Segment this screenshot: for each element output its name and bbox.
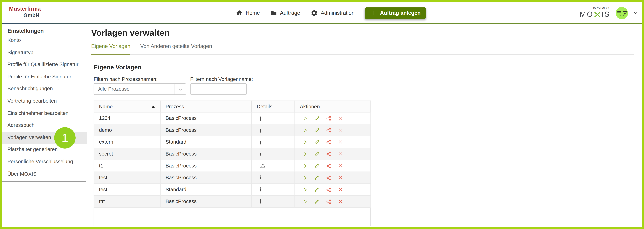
cell-process: Standard [160,184,252,196]
app-header: Musterfirma GmbH HomeAufträgeAdministrat… [2,1,642,24]
delete-icon[interactable] [338,116,343,121]
create-order-button[interactable]: Auftrag anlegen [365,7,426,19]
share-icon[interactable] [326,199,332,204]
cell-details: i [252,148,295,160]
main-nav: HomeAufträgeAdministration Auftrag anleg… [236,1,426,24]
info-icon[interactable]: i [260,199,261,204]
column-header-aktionen[interactable]: Aktionen [295,101,371,112]
share-icon[interactable] [326,139,332,145]
cell-name: test [94,184,160,196]
sidebar-item[interactable]: Signaturtyp [2,47,87,59]
cell-details: i [252,112,295,124]
company-logo-line2: GmbH [9,12,41,18]
sidebar-item[interactable]: Vertretung bearbeiten [2,95,87,107]
cell-name: secret [94,148,160,160]
info-icon[interactable]: i [260,127,261,133]
cell-details: i [252,184,295,196]
delete-icon[interactable] [338,151,343,156]
edit-icon[interactable] [314,127,320,133]
cell-actions [295,112,371,124]
delete-icon[interactable] [338,199,343,204]
process-filter-value: Alle Prozesse [94,86,175,92]
cell-process: BasicProcess [160,124,252,136]
cell-details: i [252,172,295,184]
sidebar-item[interactable]: Benachrichtigungen [2,83,87,95]
table-row: t1BasicProcess [94,160,370,172]
sidebar-item[interactable]: Profile für Einfache Signatur [2,71,87,83]
step-badge: 1 [54,127,76,149]
delete-icon[interactable] [338,187,343,192]
name-filter-input[interactable] [190,83,247,95]
nav-item-auftraege[interactable]: Aufträge [270,9,300,16]
cell-process: BasicProcess [160,160,252,172]
process-filter-select[interactable]: Alle Prozesse [94,83,186,95]
delete-icon[interactable] [338,128,343,133]
edit-icon[interactable] [314,187,320,192]
info-icon[interactable]: i [260,115,261,121]
cell-actions [295,196,371,208]
moxis-wordmark-left: MO [580,10,594,19]
nav-item-administration[interactable]: Administration [310,9,354,17]
nav-item-home[interactable]: Home [236,9,260,16]
user-avatar[interactable] [616,7,628,19]
run-icon[interactable] [302,127,308,133]
run-icon[interactable] [302,187,308,192]
table-header-row: Name Prozess Details Aktionen [94,101,370,112]
sidebar-divider [2,182,86,182]
run-icon[interactable] [302,151,308,157]
column-header-details[interactable]: Details [252,101,295,112]
run-icon[interactable] [302,163,308,169]
share-icon[interactable] [326,115,332,121]
templates-table: Name Prozess Details Aktionen 1234BasicP… [94,101,371,226]
select-chevron-down-icon [174,84,186,94]
cell-actions [295,148,371,160]
company-logo-line1: Musterfirma [9,6,41,12]
sidebar-item[interactable]: Adressbuch [2,120,87,132]
warning-icon [260,163,294,169]
edit-icon[interactable] [314,139,320,145]
run-icon[interactable] [302,199,308,204]
sidebar-item[interactable]: Persönliche Verschlüsselung [2,156,87,168]
edit-icon[interactable] [314,175,320,181]
share-icon[interactable] [326,187,332,192]
column-header-name[interactable]: Name [94,101,160,112]
sidebar-item[interactable]: Einsichtnehmer bearbeiten [2,107,87,119]
run-icon[interactable] [302,175,308,181]
run-icon[interactable] [302,139,308,145]
edit-icon[interactable] [314,163,320,169]
share-icon[interactable] [326,163,332,169]
cell-name: demo [94,124,160,136]
sidebar-item[interactable]: Über MOXIS [2,168,87,180]
share-icon[interactable] [326,151,332,157]
delete-icon[interactable] [338,140,343,144]
sidebar-item[interactable]: Konto [2,34,87,46]
column-header-prozess[interactable]: Prozess [160,101,252,112]
table-row: testBasicProcessi [94,172,370,184]
user-menu-chevron-icon[interactable] [633,11,638,15]
info-icon[interactable]: i [260,175,261,181]
company-logo: Musterfirma GmbH [9,6,41,18]
run-icon[interactable] [302,115,308,121]
cell-actions [295,136,371,148]
delete-icon[interactable] [338,163,343,168]
info-icon[interactable]: i [260,151,261,157]
edit-icon[interactable] [314,151,320,157]
cell-actions [295,172,371,184]
edit-icon[interactable] [314,199,320,204]
sidebar-title: Einstellungen [2,24,87,34]
cell-actions [295,160,371,172]
delete-icon[interactable] [338,175,343,180]
share-icon[interactable] [326,175,332,181]
table-footer-row [94,208,370,226]
edit-icon[interactable] [314,115,320,121]
sort-asc-icon [152,105,155,108]
settings-sidebar: Einstellungen KontoSignaturtypProfile fü… [2,24,87,227]
sidebar-item[interactable]: Platzhalter generieren [2,144,87,156]
share-icon[interactable] [326,127,332,133]
tab-eigene-vorlagen[interactable]: Eigene Vorlagen [91,43,130,55]
info-icon[interactable]: i [260,139,261,145]
cell-process: BasicProcess [160,148,252,160]
tab-geteilte-vorlagen[interactable]: Von Anderen geteilte Vorlagen [140,43,212,55]
info-icon[interactable]: i [260,187,261,192]
sidebar-item[interactable]: Profile für Qualifizierte Signatur [2,59,87,71]
